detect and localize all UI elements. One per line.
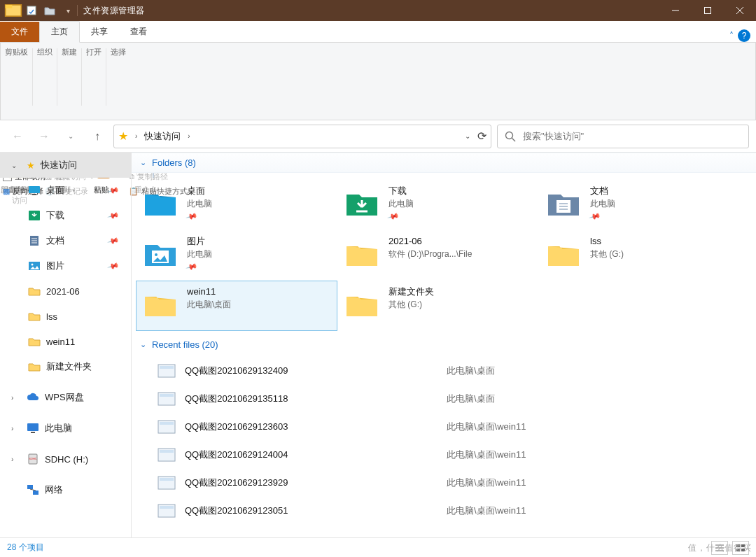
folder-tile[interactable]: 文档 此电脑 📌 [539, 180, 741, 230]
svg-rect-21 [29, 186, 40, 193]
search-input[interactable]: 搜索"快速访问" [497, 125, 749, 148]
folder-location: 其他 (G:) [388, 298, 434, 311]
svg-rect-45 [160, 366, 174, 369]
close-button[interactable] [724, 0, 756, 21]
group-header-folders[interactable]: ⌄ Folders (8) [132, 153, 756, 173]
svg-rect-53 [160, 478, 174, 481]
folder-name: 下载 [388, 185, 414, 197]
file-thumb-icon [153, 392, 181, 406]
group-header-recent[interactable]: ⌄ Recent files (20) [132, 335, 756, 354]
pin-icon: 📌 [184, 209, 199, 225]
tab-view[interactable]: 查看 [119, 22, 158, 42]
address-bar[interactable]: ★ › 快速访问 › ⌄ ⟳ [113, 125, 491, 148]
sidebar-item-network[interactable]: 网络 [0, 477, 131, 502]
file-thumb-icon [153, 364, 181, 378]
tab-home[interactable]: 主页 [39, 21, 80, 43]
monitor-icon [27, 422, 39, 435]
crumb-caret-icon[interactable]: › [132, 132, 140, 140]
status-bar: 28 个项目 [0, 537, 756, 557]
folder-icon [545, 235, 582, 272]
folder-tile[interactable]: 2021-06 软件 (D:)\Progra...\File [337, 230, 539, 281]
folder-icon [28, 209, 41, 222]
help-button[interactable]: ? [738, 29, 750, 42]
folder-icon [344, 285, 380, 322]
svg-point-19 [506, 132, 513, 139]
sidebar-item-wps[interactable]: › WPS网盘 [0, 385, 131, 410]
svg-rect-35 [33, 491, 38, 495]
file-path: 此电脑\桌面 [447, 365, 495, 377]
file-row[interactable]: QQ截图20210629135118 此电脑\桌面 [132, 385, 756, 413]
collapse-ribbon-icon[interactable]: ˄ [729, 31, 734, 41]
sidebar-item[interactable]: 桌面📌 [0, 178, 131, 203]
address-dropdown-icon[interactable]: ⌄ [462, 132, 473, 140]
folder-tile[interactable]: 下载 此电脑 📌 [337, 180, 539, 230]
sidebar-item[interactable]: lss [0, 304, 131, 329]
folder-name: lss [590, 235, 624, 248]
folder-tile[interactable]: 桌面 此电脑 📌 [136, 180, 337, 230]
folder-icon [142, 185, 178, 221]
file-thumb-icon [153, 420, 181, 434]
group-label: Folders (8) [152, 157, 196, 168]
sidebar-item-this-pc[interactable]: › 此电脑 [0, 416, 131, 441]
file-row[interactable]: QQ截图20210629123929 此电脑\桌面\wein11 [132, 469, 756, 497]
folder-icon [28, 360, 41, 373]
chevron-right-icon: › [11, 456, 21, 463]
tab-share[interactable]: 共享 [80, 22, 119, 42]
sidebar-item[interactable]: 2021-06 [0, 278, 131, 304]
sidebar-item[interactable]: wein11 [0, 329, 131, 354]
group-label: Recent files (20) [152, 339, 218, 350]
folder-location: 此电脑\桌面 [187, 298, 231, 311]
sidebar-item-sdhc[interactable]: › SDHC SDHC (H:) [0, 446, 131, 472]
tab-file[interactable]: 文件 [0, 22, 39, 42]
large-icons-view-button[interactable] [732, 541, 749, 555]
folder-icon [28, 285, 41, 297]
file-thumb-icon [153, 504, 181, 518]
chevron-down-icon: ⌄ [140, 158, 146, 167]
pin-icon: 📌 [107, 209, 120, 222]
sidebar-item-quick-access[interactable]: ⌄ ★ 快速访问 [0, 153, 131, 178]
sidebar-item-label: wein11 [46, 337, 75, 347]
chevron-down-icon: ⌄ [140, 340, 146, 349]
sidebar-item[interactable]: 文档📌 [0, 228, 131, 253]
file-name: QQ截图20210629132409 [181, 365, 447, 377]
sidebar-label: 网络 [45, 484, 63, 496]
folder-tile[interactable]: 图片 此电脑 📌 [136, 230, 337, 281]
star-icon: ★ [27, 160, 35, 171]
sidebar-item[interactable]: 图片📌 [0, 253, 131, 278]
star-icon: ★ [118, 129, 128, 143]
file-thumb-icon [153, 448, 181, 462]
up-button[interactable]: ↑ [87, 126, 108, 147]
breadcrumb[interactable]: 快速访问 [144, 130, 181, 143]
forward-button[interactable]: → [34, 126, 55, 147]
svg-rect-62 [741, 549, 745, 551]
file-row[interactable]: QQ截图20210629132409 此电脑\桌面 [132, 357, 756, 385]
sidebar-item[interactable]: 新建文件夹 [0, 354, 131, 379]
file-name: QQ截图20210629124004 [181, 449, 447, 461]
file-path: 此电脑\桌面\wein11 [447, 477, 526, 489]
refresh-button[interactable]: ⟳ [477, 129, 486, 143]
qat-newfolder-icon[interactable] [41, 0, 59, 21]
file-row[interactable]: QQ截图20210629123051 此电脑\桌面\wein11 [132, 497, 756, 525]
chevron-right-icon: › [11, 425, 21, 432]
file-name: QQ截图20210629123603 [181, 421, 447, 433]
file-row[interactable]: QQ截图20210629123603 此电脑\桌面\wein11 [132, 413, 756, 441]
back-button[interactable]: ← [7, 126, 28, 147]
sidebar-item[interactable]: 下载📌 [0, 203, 131, 228]
svg-rect-55 [160, 506, 174, 509]
sidebar-label: 此电脑 [45, 422, 72, 435]
folder-icon [344, 235, 380, 272]
qat-properties-icon[interactable] [22, 0, 41, 21]
file-row[interactable]: QQ截图20210629124004 此电脑\桌面\wein11 [132, 441, 756, 469]
folder-tile[interactable]: wein11 此电脑\桌面 [136, 281, 337, 331]
folder-tile[interactable]: lss 其他 (G:) [539, 230, 741, 281]
recent-locations-button[interactable]: ⌄ [60, 126, 81, 147]
folder-name: wein11 [187, 285, 231, 298]
file-path: 此电脑\桌面 [447, 393, 495, 405]
minimize-button[interactable] [659, 0, 692, 21]
svg-rect-2 [27, 6, 36, 15]
details-view-button[interactable] [711, 541, 728, 555]
crumb-caret-icon[interactable]: › [185, 132, 192, 140]
folder-tile[interactable]: 新建文件夹 其他 (G:) [337, 281, 539, 331]
qat-customize-icon[interactable]: ▾ [59, 0, 77, 21]
maximize-button[interactable] [692, 0, 724, 21]
